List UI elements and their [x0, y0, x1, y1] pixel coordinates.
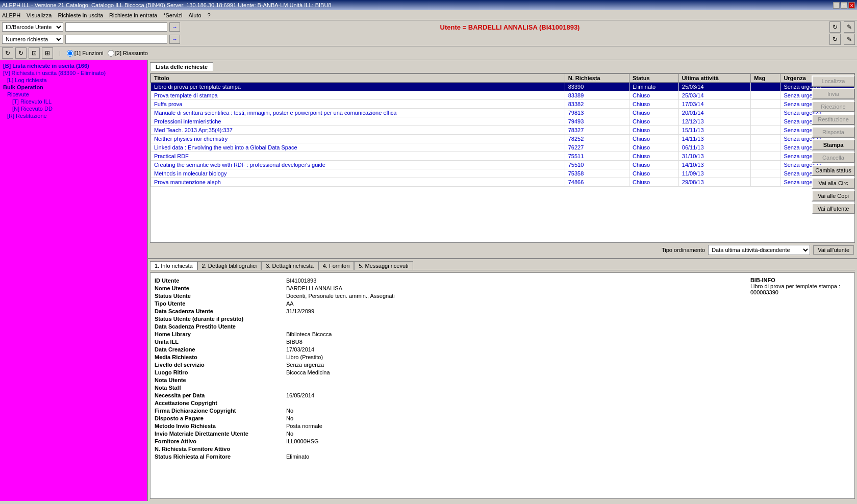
bib-info-value: Libro di prova per template stampa :0000… [750, 283, 840, 295]
btn-cambia-status[interactable]: Cambia status [812, 165, 855, 176]
btn-restituzione[interactable]: Restituzione [812, 114, 855, 125]
user-display: Utente = BARDELLI ANNALISA (BI41001893) [440, 23, 580, 31]
table-cell: 14/11/13 [678, 135, 750, 143]
table-cell: 15/11/13 [678, 126, 750, 135]
table-cell: Practical RDF [151, 152, 565, 161]
table-cell [751, 135, 780, 143]
sidebar-item-bulk-operation[interactable]: Bulk Operation [2, 84, 145, 91]
table-row[interactable]: Prova manutenzione aleph74866Chiuso29/08… [151, 178, 854, 187]
table-row[interactable]: Linked data : Envolving the web into a G… [151, 143, 854, 152]
tab-fornitori[interactable]: 4. Fornitori [318, 261, 355, 270]
table-cell: Chiuso [629, 91, 678, 100]
icon-btn-refresh2[interactable]: ↻ [15, 47, 27, 59]
search-input-2[interactable] [65, 35, 167, 44]
btn-risposta[interactable]: Risposta [812, 127, 855, 138]
detail-label: Status Richiesta al Fornitore [155, 453, 282, 460]
table-header-row: Titolo N. Richiesta Status Ultima attivi… [151, 74, 854, 83]
icon-btn-plus[interactable]: ⊞ [42, 47, 53, 59]
menu-servizi[interactable]: *Servizi [163, 12, 182, 18]
table-row[interactable]: Libro di prova per template stampa83390E… [151, 83, 854, 91]
col-msg[interactable]: Msg [751, 74, 780, 83]
btn-vai-circ[interactable]: Vai alla Circ [812, 178, 855, 189]
detail-value [282, 445, 850, 452]
btn-invia[interactable]: Invia [812, 88, 855, 99]
menu-aleph[interactable]: ALEPH [2, 12, 20, 18]
edit-btn-right-1[interactable]: ✎ [844, 21, 855, 33]
sidebar-item-lista-richieste[interactable]: [B] Lista richieste in uscita (166) [2, 62, 145, 69]
edit-btn-right-2[interactable]: ✎ [844, 34, 855, 45]
btn-ricezione[interactable]: Ricezione [812, 101, 855, 112]
detail-content[interactable]: ID UtenteBI41001893Nome UtenteBARDELLI A… [150, 272, 855, 499]
vai-utente-btn[interactable]: Vai all'utente [813, 245, 854, 255]
table-row[interactable]: Fuffa prova83382Chiuso17/03/14Senza urge… [151, 100, 854, 109]
table-row[interactable]: Creating the semantic web with RDF : pro… [151, 161, 854, 169]
search-btn-2[interactable]: → [169, 35, 180, 44]
sidebar-item-ricevuto-dd[interactable]: [N] Ricevuto DD [2, 105, 145, 112]
detail-label: Necessita per Data [155, 392, 282, 399]
btn-vai-utente[interactable]: Vai all'utente [812, 203, 855, 214]
table-cell: 78327 [565, 126, 629, 135]
detail-value: ILL0000HSG [282, 438, 850, 445]
refresh-btn-right-2[interactable]: ↻ [829, 34, 841, 45]
sort-label: Tipo ordinamento [662, 247, 705, 253]
menu-aiuto[interactable]: Aiuto [189, 12, 201, 18]
detail-label: Invio Materiale Direttamente Utente [155, 430, 282, 437]
sort-row: Tipo ordinamento Data ultima attività-di… [150, 243, 855, 256]
sidebar-item-restituzione[interactable]: [R] Restituzione [2, 112, 145, 119]
icon-btn-grid[interactable]: ⊡ [29, 47, 40, 59]
table-row[interactable]: Practical RDF75511Chiuso31/10/13Senza ur… [151, 152, 854, 161]
table-cell: 25/03/14 [678, 83, 750, 91]
detail-value [282, 399, 850, 407]
close-btn[interactable]: ✕ [848, 2, 855, 9]
sidebar-item-ricevute[interactable]: Ricevute [2, 91, 145, 98]
search-type-select-1[interactable]: ID/Barcode Utente Numero richiesta [2, 22, 63, 32]
sidebar-item-log-richiesta[interactable]: [L] Log richiesta [2, 77, 145, 84]
table-row[interactable]: Manuale di scrittura scientifica : testi… [151, 109, 854, 117]
detail-label: Luogo Ritiro [155, 369, 282, 376]
sidebar-item-richiesta-uscita[interactable]: [V] Richiesta in uscita (83390 - Elimina… [2, 69, 145, 77]
table-row[interactable]: Prova template di stampa83389Chiuso25/03… [151, 91, 854, 100]
request-table-body: Libro di prova per template stampa83390E… [151, 83, 854, 187]
toolbar-area: ID/Barcode Utente Numero richiesta → Ute… [0, 20, 857, 46]
btn-stampa[interactable]: Stampa [812, 139, 855, 150]
sort-select[interactable]: Data ultima attività-discendente Data ul… [708, 245, 810, 255]
sidebar-item-ricevuto-ill[interactable]: [T] Ricevuto ILL [2, 98, 145, 105]
menu-help-icon[interactable]: ? [208, 12, 211, 18]
tab-lista-richieste[interactable]: Lista delle richieste [150, 62, 213, 71]
search-type-select-2[interactable]: Numero richiesta ID/Barcode Utente [2, 35, 63, 44]
col-titolo[interactable]: Titolo [151, 74, 565, 83]
btn-cancella[interactable]: Cancella [812, 152, 855, 163]
col-n-richiesta[interactable]: N. Richiesta [565, 74, 629, 83]
search-input-1[interactable] [65, 22, 167, 32]
btn-vai-copi[interactable]: Vai alle Copi [812, 190, 855, 201]
table-row[interactable]: Methods in molecular biology75358Chiuso1… [151, 169, 854, 178]
tab-info-richiesta[interactable]: 1. Info richiesta [150, 261, 197, 270]
tab-dettagli-richiesta[interactable]: 3. Dettagli richiesta [261, 261, 318, 270]
col-status[interactable]: Status [629, 74, 678, 83]
request-table-container[interactable]: Titolo N. Richiesta Status Ultima attivi… [150, 73, 855, 243]
table-cell: 20/01/14 [678, 109, 750, 117]
detail-value [282, 323, 850, 330]
tab-messaggi-ricevuti[interactable]: 5. Messaggi ricevuti [354, 261, 413, 270]
detail-label: Media Richiesto [155, 354, 282, 361]
table-cell: 76227 [565, 143, 629, 152]
table-cell: 74866 [565, 178, 629, 187]
menu-richieste-uscita[interactable]: Richieste in uscita [58, 12, 103, 18]
menu-visualizza[interactable]: Visualizza [27, 12, 52, 18]
btn-localizza[interactable]: Localizza [812, 75, 855, 87]
table-row[interactable]: Med Teach. 2013 Apr;35(4):33778327Chiuso… [151, 126, 854, 135]
icon-btn-refresh[interactable]: ↻ [2, 47, 13, 59]
table-row[interactable]: Neither physics nor chemistry78252Chiuso… [151, 135, 854, 143]
minimize-btn[interactable]: _ [833, 2, 840, 9]
maximize-btn[interactable]: □ [841, 2, 847, 9]
radio-riassunto[interactable]: [2] Riassunto [108, 50, 148, 57]
col-ultima-attivita[interactable]: Ultima attività [678, 74, 750, 83]
search-btn-1[interactable]: → [169, 22, 180, 32]
table-cell: Fuffa prova [151, 100, 565, 109]
table-row[interactable]: Professioni infermieristiche79493Chiuso1… [151, 117, 854, 126]
radio-funzioni[interactable]: [1] Funzioni [67, 50, 104, 57]
menu-richieste-entrata[interactable]: Richieste in entrata [109, 12, 157, 18]
tab-dettagli-bibliografici[interactable]: 2. Dettagli bibliografici [197, 261, 262, 270]
request-table: Titolo N. Richiesta Status Ultima attivi… [150, 73, 854, 187]
refresh-btn-right-1[interactable]: ↻ [829, 21, 841, 33]
